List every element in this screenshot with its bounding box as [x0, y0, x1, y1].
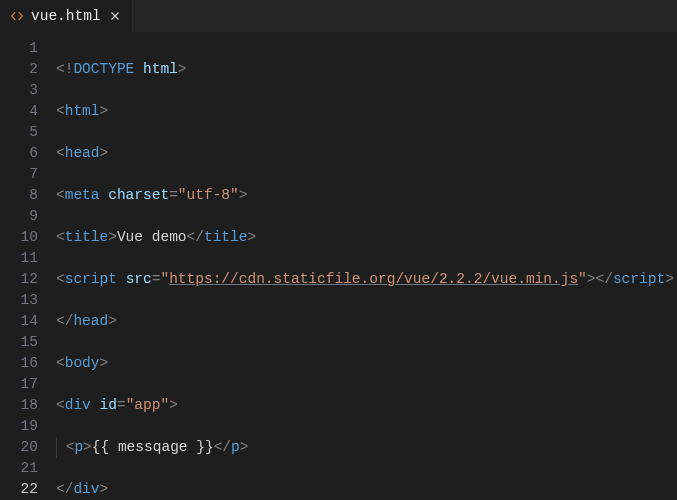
code-icon [10, 9, 24, 23]
tab-vue-html[interactable]: vue.html [0, 0, 133, 32]
close-icon[interactable] [108, 9, 122, 23]
tab-bar: vue.html [0, 0, 677, 32]
tab-filename: vue.html [31, 8, 101, 24]
line-number-gutter: 12345678910111213141516171819202122 [0, 32, 46, 500]
code-area[interactable]: <!DOCTYPE html> <html> <head> <meta char… [46, 32, 674, 500]
code-editor[interactable]: 12345678910111213141516171819202122 <!DO… [0, 32, 677, 500]
